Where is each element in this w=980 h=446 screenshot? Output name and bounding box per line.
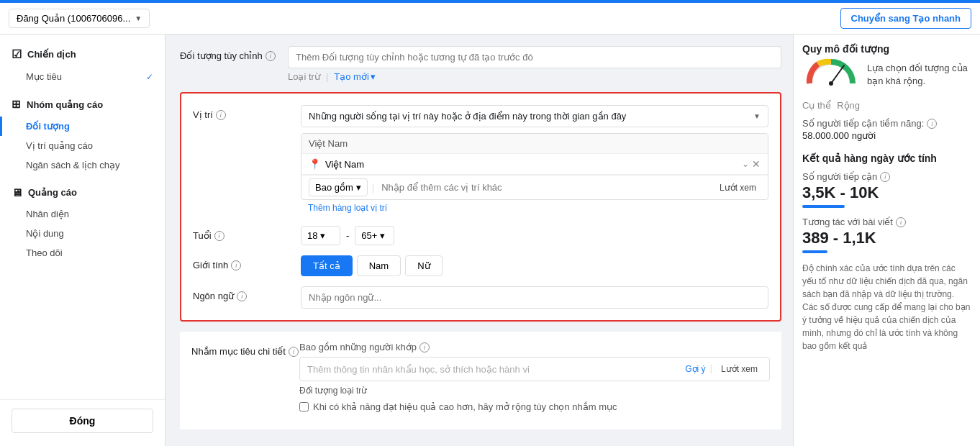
mo-rong-checkbox[interactable] <box>299 402 309 411</box>
nham-row: Nhắm mục tiêu chi tiết i Bao gồm những n… <box>191 342 770 412</box>
vietnam-location-row: 📍 Việt Nam ⌄ ✕ <box>301 154 768 175</box>
gauge-wrap: Cụ thể Rộng <box>802 62 860 111</box>
so-nguoi-value-row: 58.000.000 người <box>802 130 971 141</box>
vietnam-location-name: 📍 Việt Nam <box>309 158 364 170</box>
luot-xem2-button[interactable]: Lướt xem <box>717 363 762 376</box>
grid-icon: ⊞ <box>12 98 21 111</box>
gioi-tinh-row: Giới tính i Tất cả Nam Nữ <box>193 255 768 276</box>
tuong-tac-value: 389 - 1,1K <box>802 229 971 247</box>
top-bar-left: Đăng Quản (1006706096... ▼ <box>9 9 150 28</box>
sidebar-item-vi-tri-quang-cao[interactable]: Vị trí quảng cáo <box>0 136 165 155</box>
so-nguoi-label: Số người tiếp cận tiềm năng: <box>802 118 924 129</box>
main-layout: ☑ Chiến dịch Mục tiêu ✓ ⊞ Nhóm quảng cáo… <box>0 35 980 446</box>
gioi-tinh-info-icon[interactable]: i <box>231 260 241 270</box>
remove-vietnam-button[interactable]: ✕ <box>752 158 761 170</box>
doi-tuong-input[interactable] <box>288 46 781 68</box>
sidebar-item-ngan-sach[interactable]: Ngân sách & lịch chạy <box>0 155 165 175</box>
tuong-tac-info-icon[interactable]: i <box>896 217 906 227</box>
loai-tru-row: Loại trừ | Tạo mới ▾ <box>288 71 781 82</box>
gauge-description: Lựa chọn đối tượng của bạn khá rộng. <box>867 62 971 88</box>
pin-icon: 📍 <box>309 158 321 170</box>
chevron-down-icon: ▼ <box>135 14 142 22</box>
tuong-tac-bar <box>802 250 827 253</box>
sidebar-noi-dung-label: Nội dung <box>26 228 64 239</box>
gauge-left-label: Cụ thể <box>802 100 831 111</box>
sidebar-bottom: Đóng <box>0 399 165 442</box>
location-actions: ⌄ ✕ <box>742 158 761 170</box>
location-scroll-header: Việt Nam <box>301 134 768 154</box>
nham-label: Nhắm mục tiêu chi tiết i <box>191 342 299 357</box>
sidebar: ☑ Chiến dịch Mục tiêu ✓ ⊞ Nhóm quảng cáo… <box>0 35 165 446</box>
tuoi-to-select[interactable]: 65+ ▾ <box>355 226 394 245</box>
sidebar-theo-doi-label: Theo dõi <box>26 247 63 258</box>
svg-line-0 <box>831 65 844 83</box>
quy-mo-section: Quy mô đối tượng <box>802 43 971 141</box>
gender-nu-button[interactable]: Nữ <box>405 255 442 276</box>
switch-quick-create-button[interactable]: Chuyển sang Tạo nhanh <box>840 8 972 29</box>
vi-tri-dropdown[interactable]: Những người sống tại vị trí này hoặc ở đ… <box>301 105 768 127</box>
checkbox-icon: ☑ <box>12 47 22 61</box>
tuoi-dash: - <box>346 230 349 241</box>
tuoi-info-icon[interactable]: i <box>214 231 224 241</box>
loai-tru-text: Loại trừ <box>288 71 320 82</box>
gauge-container: Cụ thể Rộng Lựa chọn đối tượng của bạn k… <box>802 62 971 111</box>
sidebar-quang-cao-header: 🖥 Quảng cáo <box>0 181 165 204</box>
doi-tuong-loai-tru-text: Đối tượng loại trừ <box>299 386 770 396</box>
gender-nam-button[interactable]: Nam <box>357 255 401 276</box>
tiep-can-bar <box>802 205 845 208</box>
sidebar-nhan-dien-label: Nhân diện <box>26 209 69 219</box>
bao-gom-info-icon[interactable]: i <box>419 342 430 352</box>
tuoi-row: Tuổi i 18 ▾ - 65+ ▾ <box>193 226 768 245</box>
doi-tuong-label: Đối tượng tùy chỉnh i <box>180 46 288 61</box>
vi-tri-row: Vị trí i Những người sống tại vị trí này… <box>193 105 768 216</box>
sidebar-doi-tuong-label: Đối tượng <box>26 121 70 132</box>
goi-y-button[interactable]: Gợi ý <box>685 363 705 376</box>
tiep-can-info-icon[interactable]: i <box>880 172 890 182</box>
sidebar-section-chien-dich: ☑ Chiến dịch Mục tiêu ✓ <box>0 42 165 86</box>
sidebar-nhom-header: ⊞ Nhóm quảng cáo <box>0 92 165 117</box>
sidebar-item-nhan-dien[interactable]: Nhân diện <box>0 204 165 224</box>
tao-moi-link[interactable]: Tạo mới ▾ <box>334 71 376 82</box>
dong-button[interactable]: Đóng <box>12 409 153 433</box>
account-selector[interactable]: Đăng Quản (1006706096... ▼ <box>9 9 150 28</box>
so-nguoi-info-icon[interactable]: i <box>927 119 937 129</box>
sidebar-item-doi-tuong[interactable]: Đối tượng <box>0 117 165 136</box>
svg-point-1 <box>829 81 833 86</box>
vi-tri-chevron-icon: ▼ <box>753 112 761 120</box>
bao-gom-text: Bao gồm những người khớp i <box>299 342 770 352</box>
gioi-tinh-label: Giới tính i <box>193 255 301 270</box>
ngon-ngu-input[interactable] <box>301 286 768 309</box>
ngon-ngu-row: Ngôn ngữ i <box>193 286 768 309</box>
sidebar-item-muc-tieu[interactable]: Mục tiêu ✓ <box>0 67 165 86</box>
gauge-right-label: Rộng <box>837 100 860 111</box>
checkbox-row: Khi có khả năng đạt hiệu quả cao hơn, hã… <box>299 401 770 412</box>
doi-tuong-info-icon[interactable]: i <box>266 51 276 61</box>
them-hang-loat-link[interactable]: Thêm hàng loạt vị trí <box>301 200 768 216</box>
vi-tri-input[interactable] <box>378 179 711 196</box>
them-thong-tin-placeholder: Thêm thông tin nhân khẩu học, sở thích h… <box>307 364 530 375</box>
sidebar-muc-tieu-label: Mục tiêu <box>26 71 62 82</box>
ngon-ngu-info-icon[interactable]: i <box>237 291 247 301</box>
bao-gom-chevron-icon: ▾ <box>356 182 361 193</box>
monitor-icon: 🖥 <box>12 186 22 199</box>
content-scroll: Đối tượng tùy chỉnh i Loại trừ | Tạo mới… <box>165 35 793 446</box>
sidebar-item-noi-dung[interactable]: Nội dung <box>0 224 165 243</box>
bao-gom-button[interactable]: Bao gồm ▾ <box>309 178 368 196</box>
gioi-tinh-control: Tất cả Nam Nữ <box>301 255 768 276</box>
tuong-tac-label: Tương tác với bài viết i <box>802 217 971 227</box>
red-section: Vị trí i Những người sống tại vị trí này… <box>180 92 781 322</box>
right-panel: Quy mô đối tượng <box>793 35 980 446</box>
sidebar-item-theo-doi[interactable]: Theo dõi <box>0 243 165 263</box>
gender-all-button[interactable]: Tất cả <box>301 255 353 276</box>
luot-xem-button[interactable]: Lướt xem <box>715 181 761 194</box>
checkbox-label: Khi có khả năng đạt hiệu quả cao hơn, hã… <box>313 401 617 412</box>
doi-tuong-control: Loại trừ | Tạo mới ▾ <box>288 46 781 82</box>
vi-tri-info-icon[interactable]: i <box>216 110 226 120</box>
account-label: Đăng Quản (1006706096... <box>17 13 130 24</box>
nham-info-icon[interactable]: i <box>289 347 299 357</box>
dropdown-icon: ▾ <box>371 71 376 82</box>
tuoi-from-select[interactable]: 18 ▾ <box>301 226 340 245</box>
so-nguoi-value: 58.000.000 <box>802 130 849 141</box>
tuoi-label: Tuổi i <box>193 226 301 241</box>
location-scroll: Việt Nam 📍 Việt Nam ⌄ ✕ <box>301 134 768 175</box>
